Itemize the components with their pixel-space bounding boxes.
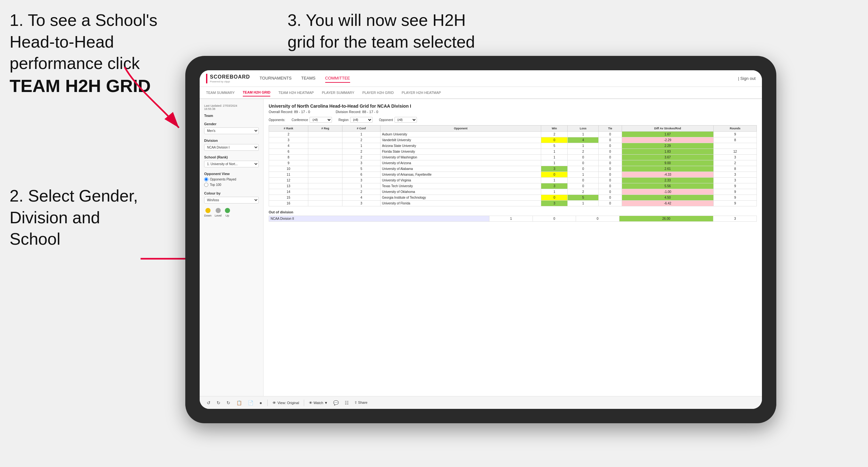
overall-record: Overall Record: 89 - 17 - 0 [269,110,310,114]
sub-nav-team-h2h-grid[interactable]: TEAM H2H GRID [243,89,271,96]
last-updated: Last Updated: 27/03/2024 16:55:38 [204,104,259,111]
cell-opponent: University of Florida [380,200,541,206]
cell-reg [308,137,342,143]
cell-conf: 2 [342,149,380,155]
instruction-step2: 2. Select Gender, Division and School [9,185,144,250]
table-row: 3 2 Vanderbilt University 0 4 0 -2.29 8 [269,137,757,143]
nav-committee[interactable]: COMMITTEE [325,74,350,83]
cell-opponent: University of Washington [380,155,541,160]
radio-top100[interactable]: Top 100 [204,183,259,187]
team-section: Team [204,114,259,118]
sub-nav-player-h2h-heatmap[interactable]: PLAYER H2H HEATMAP [402,89,441,96]
table-row: 4 1 Arizona State University 5 1 0 2.29 [269,143,757,149]
cell-conf: 5 [342,166,380,172]
cell-rounds: 12 [714,149,757,155]
logo-text: SCOREBOARD [210,74,250,80]
table-row: 13 1 Texas Tech University 3 0 0 5.56 9 [269,183,757,189]
cell-rounds: 3 [714,178,757,183]
colour-by-section: Colour by Win/loss [204,191,259,204]
cell-diff: -2.29 [622,137,714,143]
cell-diff: 9.00 [622,160,714,166]
comment-btn[interactable]: 💬 [333,400,339,406]
table-row: 15 4 Georgia Institute of Technology 0 5… [269,195,757,200]
sign-out-link[interactable]: | Sign out [738,76,755,81]
sub-nav-player-h2h-grid[interactable]: PLAYER H2H GRID [362,89,394,96]
paste-btn[interactable]: 📄 [247,400,254,406]
cell-rounds: 3 [714,172,757,178]
share-btn[interactable]: ⇧ Share [354,401,367,405]
grid-area: University of North Carolina Head-to-Hea… [264,99,762,396]
cell-opponent: Georgia Institute of Technology [380,195,541,200]
cell-conf: 6 [342,172,380,178]
data-table: # Rank # Reg # Conf Opponent Win Loss Ti… [269,125,757,206]
toolbar-divider-1 [268,400,268,406]
table-row: 2 1 Auburn University 2 1 0 1.67 9 [269,132,757,137]
copy-btn[interactable]: 📋 [236,400,243,406]
th-opponent: Opponent [380,126,541,132]
table-row: 11 6 University of Arkansas, Fayettevill… [269,172,757,178]
th-diff: Diff Av Strokes/Rnd [622,126,714,132]
cell-win: 2 [541,132,568,137]
undo-btn[interactable]: ↺ [206,400,211,406]
color-label-down: Down [204,214,212,217]
gender-select[interactable]: Men's [204,127,259,134]
cell-conf: 1 [342,132,380,137]
sub-nav-player-summary[interactable]: PLAYER SUMMARY [322,89,354,96]
cell-diff: -1.00 [622,189,714,195]
color-dot-level [216,208,221,213]
instruction-step3: 3. You will now see H2H grid for the tea… [287,9,479,53]
cell-diff: -6.42 [622,200,714,206]
cell-opponent: Vanderbilt University [380,137,541,143]
cell-tie: 0 [599,195,622,200]
sub-nav-team-summary[interactable]: TEAM SUMMARY [206,89,235,96]
color-legend: Down Level Up [204,208,259,217]
view-original[interactable]: 👁 View: Original [273,401,299,405]
tablet-frame: SCOREBOARD Powered by clippi TOURNAMENTS… [185,56,776,423]
sidebar: Last Updated: 27/03/2024 16:55:38 Team G… [200,99,264,396]
opponent-select[interactable]: (All) [395,117,417,123]
cell-tie: 0 [599,183,622,189]
cell-opponent: Auburn University [380,132,541,137]
cell-diff: 4.50 [622,195,714,200]
redo-btn[interactable]: ↻ [216,400,221,406]
cell-win: 5 [541,143,568,149]
ood-loss: 0 [532,216,576,222]
color-label-level: Level [215,214,222,217]
layout-btn[interactable]: ☷ [344,400,349,406]
division-section: Division NCAA Division I [204,138,259,151]
table-row: 6 2 Florida State University 1 2 0 1.83 … [269,149,757,155]
watch-btn[interactable]: 👁 Watch ▼ [309,401,328,405]
cell-rounds: 9 [714,200,757,206]
cell-diff: 1.67 [622,132,714,137]
conference-filter: Conference (All) [292,117,332,123]
region-select[interactable]: (All) [350,117,372,123]
cell-rounds: 8 [714,137,757,143]
division-select[interactable]: NCAA Division I [204,144,259,151]
cell-win: 1 [541,149,568,155]
table-row: 8 2 University of Washington 1 0 0 3.67 … [269,155,757,160]
sub-nav-team-h2h-heatmap[interactable]: TEAM H2H HEATMAP [278,89,314,96]
cell-win: 1 [541,189,568,195]
logo-bar [206,74,207,83]
colour-by-select[interactable]: Win/loss [204,197,259,204]
cell-tie: 0 [599,200,622,206]
conference-select[interactable]: (All) [310,117,332,123]
cell-conf: 3 [342,200,380,206]
table-row: 12 3 University of Virginia 1 0 0 2.33 3 [269,178,757,183]
cell-loss: 1 [568,172,599,178]
school-select[interactable]: 1. University of Nort... [204,161,259,167]
cell-diff: 5.56 [622,183,714,189]
cell-opponent: Arizona State University [380,143,541,149]
radio-opponents-played[interactable]: Opponents Played [204,177,259,181]
refresh-btn[interactable]: ↻ [226,400,231,406]
nav-tournaments[interactable]: TOURNAMENTS [260,74,292,83]
clock-btn[interactable]: ● [259,400,262,406]
toolbar-divider-2 [304,400,304,406]
cell-tie: 0 [599,132,622,137]
nav-teams[interactable]: TEAMS [301,74,316,83]
cell-rank: 3 [269,137,308,143]
color-dot-up [225,208,230,213]
nav-links: TOURNAMENTS TEAMS COMMITTEE [260,74,738,83]
cell-loss: 0 [568,166,599,172]
opponents-filter-label: Opponents: [269,118,285,122]
